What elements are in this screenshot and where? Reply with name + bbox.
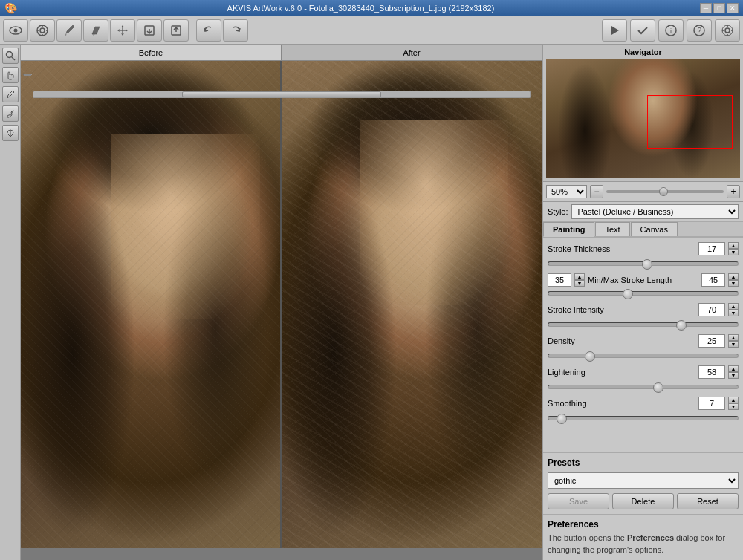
h-scroll-track[interactable] bbox=[33, 91, 531, 98]
info-button[interactable]: i bbox=[658, 19, 684, 42]
density-value[interactable]: 25 bbox=[698, 334, 725, 348]
help-button[interactable]: ? bbox=[687, 19, 712, 42]
zoom-slider-track[interactable] bbox=[606, 190, 724, 193]
stroke-thickness-thumb[interactable] bbox=[642, 259, 652, 270]
stroke-thickness-down[interactable]: ▼ bbox=[728, 249, 739, 255]
smoothing-down[interactable]: ▼ bbox=[728, 403, 739, 410]
stroke-intensity-track[interactable] bbox=[548, 322, 739, 327]
svg-marker-12 bbox=[611, 26, 619, 35]
tab-text[interactable]: Text bbox=[595, 222, 629, 236]
lightening-spinner: ▲ ▼ bbox=[728, 365, 739, 379]
redo-button[interactable] bbox=[223, 19, 248, 42]
before-panel bbox=[21, 61, 282, 88]
minimize-button[interactable]: ─ bbox=[700, 3, 712, 13]
titlebar-controls: ─ □ ✕ bbox=[700, 3, 739, 13]
delete-preset-button[interactable]: Delete bbox=[612, 493, 674, 509]
gear-icon bbox=[721, 25, 733, 36]
smoothing-thumb[interactable] bbox=[557, 414, 567, 424]
stroke-intensity-value[interactable]: 70 bbox=[698, 303, 725, 316]
close-button[interactable]: ✕ bbox=[727, 3, 739, 13]
move-button[interactable] bbox=[110, 19, 135, 42]
smoothing-track[interactable] bbox=[548, 416, 739, 420]
save-preset-button[interactable]: Save bbox=[548, 493, 609, 509]
info-icon: i bbox=[665, 25, 677, 36]
max-stroke-value[interactable]: 45 bbox=[701, 273, 725, 287]
lightening-value[interactable]: 58 bbox=[698, 365, 725, 379]
stroke-length-track[interactable] bbox=[548, 291, 739, 296]
pref-text-bold: Preferences bbox=[627, 533, 674, 542]
zoom-slider-thumb[interactable] bbox=[659, 187, 668, 196]
svg-point-1 bbox=[14, 28, 18, 32]
density-up[interactable]: ▲ bbox=[728, 334, 739, 341]
scroll-thumb[interactable] bbox=[24, 74, 31, 76]
lightening-down[interactable]: ▼ bbox=[728, 372, 739, 379]
stroke-length-row: 35 ▲ ▼ Min/Max Stroke Length 45 ▲ ▼ bbox=[548, 273, 739, 287]
paint-brush-button[interactable] bbox=[56, 19, 82, 42]
stroke-thickness-value[interactable]: 17 bbox=[698, 242, 725, 255]
max-stroke-down[interactable]: ▼ bbox=[728, 280, 739, 287]
undo-icon bbox=[202, 24, 215, 37]
zoom-tool-button[interactable] bbox=[2, 48, 19, 64]
style-label: Style: bbox=[548, 207, 568, 216]
eyedropper-button[interactable] bbox=[2, 86, 19, 102]
zoom-in-button[interactable]: + bbox=[727, 185, 740, 198]
reset-preset-button[interactable]: Reset bbox=[677, 493, 739, 509]
stroke-thickness-up[interactable]: ▲ bbox=[728, 242, 739, 249]
min-stroke-down[interactable]: ▼ bbox=[574, 280, 585, 287]
style-select[interactable]: Pastel (Deluxe / Business) Oil Watercolo… bbox=[571, 204, 739, 219]
canvas-content[interactable]: ▲ ▼ ◀ ▶ bbox=[21, 61, 542, 560]
stroke-length-thumb[interactable] bbox=[623, 289, 633, 299]
scroll-track[interactable] bbox=[23, 74, 32, 75]
lightening-up[interactable]: ▲ bbox=[728, 365, 739, 372]
presets-title: Presets bbox=[548, 458, 739, 468]
min-stroke-value[interactable]: 35 bbox=[548, 273, 571, 287]
h-scroll-thumb[interactable] bbox=[182, 91, 380, 97]
paint-tool-button[interactable] bbox=[2, 105, 19, 122]
presets-select[interactable]: gothic classic modern watercolor bbox=[548, 472, 739, 489]
hand-tool-button[interactable] bbox=[2, 67, 19, 83]
run-button[interactable] bbox=[602, 19, 627, 42]
stroke-intensity-up[interactable]: ▲ bbox=[728, 303, 739, 310]
max-stroke-spinner: ▲ ▼ bbox=[728, 273, 739, 287]
zoom-select[interactable]: 50% 25% 100% 200% bbox=[546, 185, 587, 198]
brush-settings-button[interactable] bbox=[30, 19, 55, 42]
before-tab[interactable]: Before bbox=[21, 45, 282, 60]
max-stroke-up[interactable]: ▲ bbox=[728, 273, 739, 280]
export-button[interactable] bbox=[163, 19, 189, 42]
stroke-thickness-slider-row bbox=[548, 261, 739, 266]
pen-button[interactable] bbox=[83, 19, 108, 42]
tab-canvas[interactable]: Canvas bbox=[631, 222, 678, 236]
stroke-thickness-track[interactable] bbox=[548, 261, 739, 266]
density-down[interactable]: ▼ bbox=[728, 341, 739, 348]
density-slider-row bbox=[548, 354, 739, 358]
svg-point-3 bbox=[40, 28, 45, 33]
lightening-track[interactable] bbox=[548, 385, 739, 389]
painting-display[interactable] bbox=[21, 61, 542, 88]
stroke-thickness-spinner: ▲ ▼ bbox=[728, 242, 739, 255]
density-thumb[interactable] bbox=[585, 351, 595, 362]
lightening-thumb[interactable] bbox=[653, 382, 663, 393]
navigator-panel: Navigator bbox=[543, 45, 743, 182]
apply-button[interactable] bbox=[630, 19, 655, 42]
import-button[interactable] bbox=[137, 19, 162, 42]
eye-tool-button[interactable] bbox=[3, 19, 28, 42]
smoothing-value[interactable]: 7 bbox=[698, 397, 725, 410]
density-label: Density bbox=[548, 336, 695, 345]
clone-tool-button[interactable] bbox=[2, 125, 19, 141]
smoothing-up[interactable]: ▲ bbox=[728, 397, 739, 403]
help-icon: ? bbox=[693, 25, 705, 36]
maximize-button[interactable]: □ bbox=[713, 3, 725, 13]
preferences-button[interactable] bbox=[715, 19, 740, 42]
tab-painting[interactable]: Painting bbox=[543, 222, 594, 237]
smoothing-row: Smoothing 7 ▲ ▼ bbox=[548, 397, 739, 410]
min-stroke-up[interactable]: ▲ bbox=[574, 273, 585, 280]
after-tab[interactable]: After bbox=[282, 45, 542, 60]
zoom-out-button[interactable]: − bbox=[590, 185, 603, 198]
density-track[interactable] bbox=[548, 354, 739, 358]
canvas-tabs: Before After bbox=[21, 45, 542, 61]
stroke-intensity-thumb[interactable] bbox=[676, 320, 687, 331]
svg-point-25 bbox=[7, 97, 8, 98]
navigator-title: Navigator bbox=[546, 48, 740, 56]
stroke-intensity-down[interactable]: ▼ bbox=[728, 310, 739, 316]
undo-button[interactable] bbox=[196, 19, 221, 42]
